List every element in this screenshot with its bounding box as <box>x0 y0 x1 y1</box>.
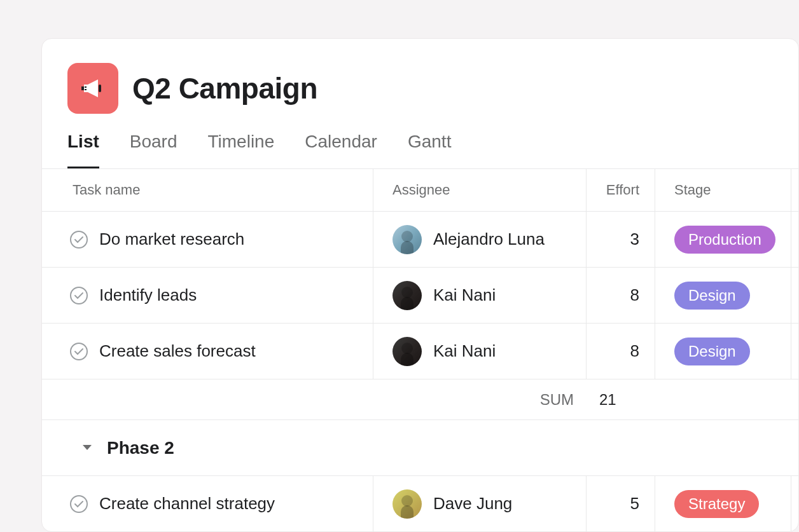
svg-rect-1 <box>99 85 101 92</box>
task-row[interactable]: Create channel strategy Dave Jung 5 Stra… <box>42 476 798 532</box>
stage-pill[interactable]: Production <box>674 226 775 254</box>
avatar[interactable] <box>393 225 422 254</box>
table-header-row: Task name Assignee Effort Stage <box>42 169 798 212</box>
tab-timeline[interactable]: Timeline <box>208 132 275 160</box>
col-header-stage[interactable]: Stage <box>655 169 791 211</box>
avatar[interactable] <box>393 489 422 519</box>
svg-rect-0 <box>81 86 84 90</box>
sum-value: 21 <box>587 379 655 419</box>
view-tabs: List Board Timeline Calendar Gantt <box>42 132 798 169</box>
stage-pill[interactable]: Design <box>674 338 750 365</box>
complete-toggle[interactable] <box>70 495 88 513</box>
project-icon[interactable] <box>67 63 118 114</box>
assignee-name: Alejandro Luna <box>433 229 545 249</box>
assignee-name: Kai Nani <box>433 341 496 361</box>
col-header-assignee[interactable]: Assignee <box>373 169 587 211</box>
tab-calendar[interactable]: Calendar <box>305 132 377 160</box>
complete-toggle[interactable] <box>70 231 88 249</box>
effort-value[interactable]: 8 <box>587 268 655 323</box>
project-title: Q2 Campaign <box>132 71 317 106</box>
task-row[interactable]: Do market research Alejandro Luna 3 Prod… <box>42 212 798 268</box>
section-header[interactable]: Phase 2 <box>42 420 798 476</box>
check-icon <box>74 500 83 508</box>
sum-row: SUM 21 <box>42 379 798 420</box>
tab-list[interactable]: List <box>67 132 99 160</box>
caret-down-icon[interactable] <box>81 442 93 454</box>
check-icon <box>74 236 83 243</box>
effort-value[interactable]: 5 <box>587 476 655 531</box>
project-window: Q2 Campaign List Board Timeline Calendar… <box>41 38 799 532</box>
sum-label: SUM <box>373 379 587 419</box>
svg-rect-2 <box>85 86 87 88</box>
task-row[interactable]: Identify leads Kai Nani 8 Design <box>42 268 798 324</box>
megaphone-icon <box>79 74 107 102</box>
complete-toggle[interactable] <box>70 287 88 304</box>
effort-value[interactable]: 3 <box>587 212 655 267</box>
avatar[interactable] <box>393 281 422 310</box>
stage-pill[interactable]: Design <box>674 282 750 310</box>
tab-gantt[interactable]: Gantt <box>408 132 451 160</box>
avatar[interactable] <box>393 337 422 366</box>
task-name: Identify leads <box>99 285 197 305</box>
check-icon <box>74 348 83 355</box>
project-header: Q2 Campaign <box>42 39 798 132</box>
col-header-task[interactable]: Task name <box>42 169 373 211</box>
col-header-effort[interactable]: Effort <box>587 169 655 211</box>
svg-rect-3 <box>85 89 87 90</box>
task-name: Create sales forecast <box>99 341 256 361</box>
assignee-name: Dave Jung <box>433 494 512 514</box>
task-name: Do market research <box>99 229 244 249</box>
task-row[interactable]: Create sales forecast Kai Nani 8 Design <box>42 324 798 379</box>
stage-pill[interactable]: Strategy <box>674 490 759 518</box>
tab-board[interactable]: Board <box>130 132 177 160</box>
check-icon <box>74 292 83 299</box>
complete-toggle[interactable] <box>70 343 88 360</box>
effort-value[interactable]: 8 <box>587 324 655 379</box>
section-title: Phase 2 <box>107 438 174 458</box>
assignee-name: Kai Nani <box>433 285 496 305</box>
task-name: Create channel strategy <box>99 494 275 514</box>
